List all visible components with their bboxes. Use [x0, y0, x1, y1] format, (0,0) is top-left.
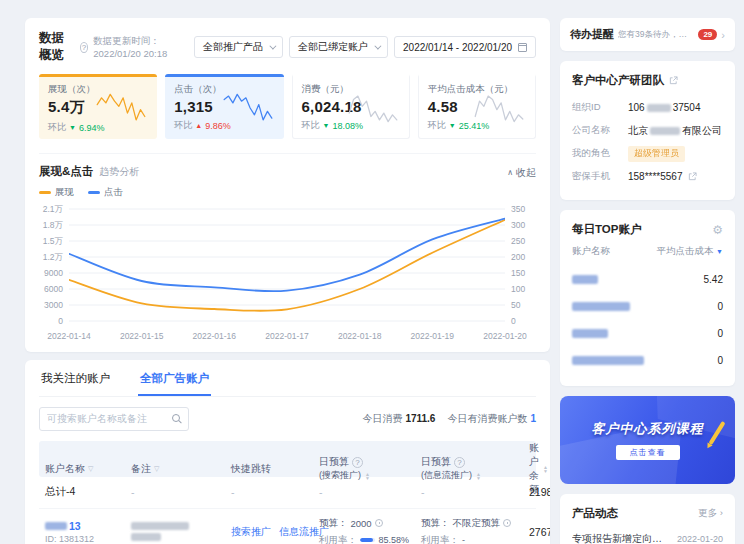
stat-card-avg-cpc[interactable]: 平均点击成本（元） 4.58 环比 ▼ 25.41% — [418, 74, 536, 139]
role-badge: 超级管理员 — [628, 146, 685, 162]
external-link-icon[interactable] — [669, 76, 678, 85]
filter-icon[interactable]: ▽ — [154, 465, 159, 473]
sort-down-icon: ▼ — [716, 248, 723, 255]
product-filter-select[interactable]: 全部推广产品 — [194, 36, 283, 58]
redacted-text — [647, 104, 671, 112]
chart-legend: 展现 点击 — [39, 186, 536, 199]
table-row: 13 ID: 1381312 搜索推广 信息流推广 — [39, 509, 536, 544]
trend-down-icon: ▼ — [69, 124, 76, 131]
stat-card-clicks[interactable]: 点击（次） 1,315 环比 ▲ 9.86% — [165, 74, 283, 139]
gear-icon[interactable]: ⚙ — [712, 223, 723, 237]
sort-icon[interactable]: ▲▼ — [365, 472, 370, 480]
budget-feed-cell: 预算：不限定预算 利用率：- — [415, 517, 523, 544]
balance-cell: 27671.87 — [523, 526, 550, 538]
sort-icon[interactable]: ▲▼ — [476, 472, 481, 480]
account-tabs: 我关注的账户 全部广告账户 — [39, 360, 536, 397]
date-range-value: 2022/01/14 - 2022/01/20 — [403, 42, 512, 53]
trend-title: 展现&点击 — [39, 164, 93, 179]
stat-card-spend[interactable]: 消费（元） 6,024.18 环比 ▼ 18.08% — [292, 74, 410, 139]
top-account-row[interactable]: 0 — [572, 320, 723, 347]
top-account-row[interactable]: 0 — [572, 293, 723, 320]
team-company-row: 公司名称 北京 有限公司 — [572, 119, 723, 142]
todo-count-badge: 29 — [698, 29, 717, 40]
trend-subtitle: 趋势分析 — [99, 165, 139, 179]
team-title: 客户中心产研团队 — [572, 73, 664, 88]
redacted-remark — [131, 522, 189, 530]
header-account-name[interactable]: 账户名称▽ — [39, 462, 125, 476]
redacted-account-name — [45, 522, 67, 530]
info-icon[interactable]: ? — [454, 457, 465, 468]
calendar-icon — [518, 43, 527, 52]
trend-chart: 2.1万1.8万1.5万1.2万90006000300002022-01-142… — [39, 205, 536, 342]
collapse-toggle[interactable]: ∧ 收起 — [507, 166, 536, 180]
main-column: 数据概览 ? 数据更新时间：2022/01/20 20:18 全部推广产品 全部… — [25, 18, 550, 544]
legend-impressions[interactable]: 展现 — [39, 186, 74, 199]
clock-icon[interactable] — [375, 519, 383, 527]
sparkline-chart — [93, 91, 149, 125]
team-org-id-row: 组织ID 106 37504 — [572, 96, 723, 119]
clock-icon[interactable] — [503, 519, 511, 527]
overview-title: 数据概览 — [39, 30, 75, 64]
banner-view-button[interactable]: 点击查看 — [616, 445, 680, 460]
news-item[interactable]: 专项报告新增定向受众报告... 2022-01-20 — [572, 532, 723, 544]
header-quick-links: 快捷跳转 — [225, 462, 313, 476]
totals-balance: 219827.52 — [523, 486, 550, 498]
banner-title: 客户中心系列课程 — [592, 420, 704, 438]
totals-label: 总计-4 — [39, 485, 125, 499]
todo-title: 待办提醒 — [570, 27, 614, 42]
edit-icon[interactable] — [688, 172, 697, 181]
right-sidebar: 待办提醒 您有39条待办，请尽快处理！ 29 › 客户中心产研团队 组织ID 1… — [560, 18, 735, 544]
search-icon[interactable] — [172, 414, 181, 423]
chevron-down-icon — [269, 42, 276, 49]
top-account-row[interactable]: 0 — [572, 347, 723, 374]
top-accounts-title: 每日TOP账户 — [572, 222, 641, 237]
filter-icon[interactable]: ▽ — [88, 465, 93, 473]
course-banner[interactable]: 客户中心系列课程 点击查看 — [560, 396, 735, 484]
account-search[interactable] — [39, 407, 189, 431]
chevron-right-icon[interactable]: › — [721, 29, 725, 41]
trend-down-icon: ▼ — [323, 122, 330, 129]
redacted-account-name — [572, 329, 608, 338]
search-promo-link[interactable]: 搜索推广 — [231, 525, 271, 539]
redacted-account-name — [572, 302, 630, 311]
quick-links-cell: 搜索推广 信息流推广 — [225, 525, 313, 539]
trend-section-header: 展现&点击 趋势分析 ∧ 收起 — [39, 153, 536, 180]
header-remark[interactable]: 备注▽ — [125, 462, 225, 476]
tab-followed-accounts[interactable]: 我关注的账户 — [39, 360, 112, 396]
stat-cards: 展现（次） 5.4万 环比 ▼ 6.94% 点击（次） 1,315 环比 — [39, 74, 536, 139]
pencil-icon — [708, 421, 725, 445]
account-name-link[interactable]: 13 — [69, 520, 81, 532]
search-input[interactable] — [47, 413, 166, 424]
top-account-row[interactable]: 5.42 — [572, 266, 723, 293]
trend-up-icon: ▲ — [195, 122, 202, 129]
legend-swatch — [88, 191, 100, 194]
info-icon[interactable]: ? — [80, 42, 88, 53]
header-budget-search[interactable]: 日预算? (搜索推广)▲▼ — [313, 455, 415, 482]
account-filter-value: 全部已绑定账户 — [298, 40, 368, 54]
today-spend-accounts: 今日有消费账户数1 — [447, 412, 536, 426]
header-budget-feed[interactable]: 日预算? (信息流推广)▲▼ — [415, 455, 523, 482]
table-header-row: 账户名称▽ 备注▽ 快捷跳转 日预算? (搜索推广)▲▼ 日预算? (信息流推广 — [39, 441, 536, 477]
sparkline-chart — [220, 91, 276, 125]
sparkline-chart — [345, 91, 401, 125]
stat-card-impressions[interactable]: 展现（次） 5.4万 环比 ▼ 6.94% — [39, 74, 157, 139]
sort-icon[interactable]: ▲▼ — [543, 465, 548, 473]
sort-by-cpc[interactable]: 平均点击成本 ▼ — [656, 245, 723, 258]
account-filter-select[interactable]: 全部已绑定账户 — [289, 36, 388, 58]
data-update-time: 数据更新时间：2022/01/20 20:18 — [93, 35, 194, 59]
budget-search-cell: 预算：2000 利用率：85.58% — [313, 517, 415, 544]
product-news-more-link[interactable]: 更多 › — [698, 507, 723, 520]
date-range-picker[interactable]: 2022/01/14 - 2022/01/20 — [394, 36, 536, 58]
legend-clicks[interactable]: 点击 — [88, 186, 123, 199]
chevron-down-icon — [374, 42, 381, 49]
info-icon[interactable]: ? — [352, 457, 363, 468]
utilization-bar — [360, 538, 375, 542]
todo-reminder-card[interactable]: 待办提醒 您有39条待办，请尽快处理！ 29 › — [560, 18, 735, 51]
legend-swatch — [39, 191, 51, 194]
tab-all-ad-accounts[interactable]: 全部广告账户 — [138, 360, 211, 396]
sparkline-chart — [471, 91, 527, 125]
news-card: 产品动态 更多 › 专项报告新增定向受众报告... 2022-01-20 自动出… — [560, 494, 735, 544]
accounts-card: 我关注的账户 全部广告账户 今日消费1711.6 今日有消费账户数1 账户名称▽ — [25, 360, 550, 544]
today-spend: 今日消费1711.6 — [362, 412, 435, 426]
trend-down-icon: ▼ — [449, 122, 456, 129]
